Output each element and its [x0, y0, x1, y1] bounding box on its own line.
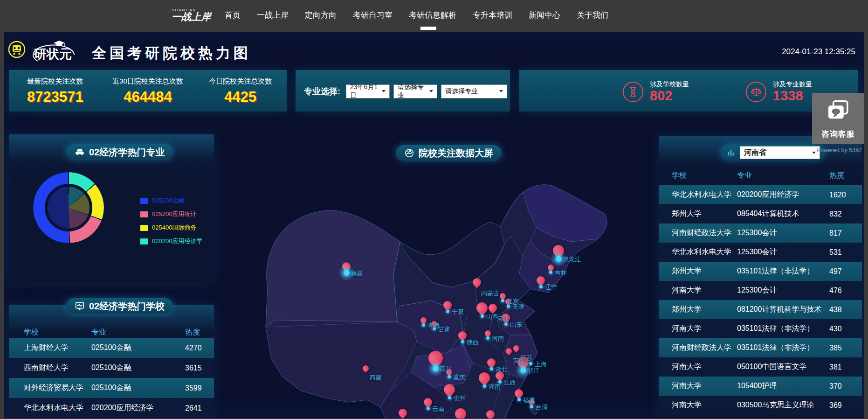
stat-label: 最新院校关注次数 [27, 77, 83, 86]
nav-menu-item[interactable]: 关于我们 [577, 10, 608, 21]
cell-school: 河南财经政法大学 [672, 228, 737, 238]
col-school: 学校 [672, 171, 737, 181]
cell-major: 085404计算机技术 [737, 209, 829, 219]
chat-widget-label: 咨询客服 [821, 129, 855, 140]
customer-service-widget[interactable]: 咨询客服 [812, 93, 864, 144]
nav-menu-item[interactable]: 专升本培训 [473, 10, 512, 21]
table-row[interactable]: 华北水利水电大学 020200应用经济学 2641 [9, 398, 214, 418]
table-row[interactable]: 河南大学 050100中国语言文学 381 [659, 357, 862, 377]
china-heat-map[interactable]: 新疆黑龙江吉林辽宁内蒙古北京天津山西河北山东河南陕西宁夏青海甘肃四川重庆湖北安徽… [231, 166, 660, 419]
legend-label: 025100金融 [152, 196, 184, 205]
map-glow-dot [448, 375, 451, 378]
major-count: 涉及专业数量 1338 [746, 80, 812, 104]
car-icon [75, 147, 85, 157]
map-province-label: 重庆 [453, 373, 465, 382]
cell-school: 华北水利水电大学 [672, 247, 737, 257]
map-glow-dot [483, 384, 486, 388]
cell-heat: 497 [829, 267, 862, 276]
map-province-label: 河北 [497, 315, 509, 323]
cell-school: 华北水利水电大学 [672, 190, 737, 200]
cell-major: 030500马克思主义理论 [737, 400, 829, 410]
table-row[interactable]: 郑州大学 085404计算机技术 832 [659, 204, 862, 223]
stat-value: 4425 [224, 89, 256, 105]
table-row[interactable]: 河南财经政法大学 035101法律（非法学） 385 [659, 338, 862, 357]
cell-major: 025100金融 [91, 383, 185, 393]
table-row[interactable]: 郑州大学 081200计算机科学与技术 438 [659, 300, 862, 319]
region-table-header: 学校 专业 热度 [659, 166, 862, 185]
counter-value: 802 [650, 89, 689, 104]
stat-item: 今日院校关注总次数 4425 [194, 71, 287, 112]
map-province-label: 甘肃 [438, 325, 450, 334]
nav-menu-item[interactable]: 一战上岸 [257, 10, 289, 21]
donut-legend: 025100金融025200应用统计025400国际商务020200应用经济学 [140, 196, 202, 245]
cell-heat: 438 [829, 306, 862, 314]
map-province-label: 四川 [440, 365, 452, 373]
map-glow-dot [549, 271, 552, 274]
map-glow-dot [446, 310, 449, 313]
cell-school: 河南大学 [672, 400, 737, 410]
stat-label: 近30日院校关注总次数 [112, 77, 183, 86]
cell-major: 125300会计 [737, 247, 829, 257]
stat-item: 近30日院校关注总次数 464484 [102, 71, 194, 112]
nav-menu-item[interactable]: 定向方向 [305, 10, 337, 21]
region-table: 华北水利水电大学 020200应用经济学 1620 郑州大学 085404计算机… [659, 185, 862, 415]
table-row[interactable]: 河南大学 035101法律（非法学） 430 [659, 319, 862, 338]
legend-label: 025400国际商务 [152, 223, 196, 232]
map-glow-dot [481, 314, 484, 318]
major-select-2[interactable]: 请选择专业 [441, 84, 507, 98]
table-row[interactable]: 河南财经政法大学 125300会计 817 [659, 223, 862, 243]
date-select-value: 23年6月1日 [350, 83, 379, 100]
hot-schools-table: 上海财经大学 025100金融 4270 西南财经大学 025100金融 361… [9, 338, 214, 418]
cell-heat: 3615 [185, 364, 214, 372]
map-province-label: 黑龙江 [563, 255, 581, 264]
map-glow-dot [433, 365, 439, 371]
table-row[interactable]: 郑州大学 035101法律（非法学） 497 [659, 262, 862, 281]
map-province-label: 湖北 [496, 365, 508, 374]
nav-menu-item[interactable]: 考研自习室 [353, 10, 393, 21]
table-row[interactable]: 对外经济贸易大学 025100金融 3599 [9, 378, 214, 398]
map-glow-dot [486, 336, 489, 340]
region-select[interactable]: 河南省 [740, 146, 820, 159]
nav-brand-logo[interactable]: SHANGAN 一战上岸 [172, 8, 211, 22]
cell-major: 035101法律（非法学） [737, 343, 829, 353]
legend-label: 020200应用经济学 [152, 237, 202, 245]
cell-school: 郑州大学 [672, 305, 737, 314]
counters-panel: 涉及学校数量 802 涉及专业数量 1338 [519, 70, 858, 112]
major-filter-panel: 专业选择: 23年6月1日 请选择专业 请选择专业 [296, 70, 510, 112]
cell-heat: 381 [829, 363, 862, 371]
map-glow-dot [461, 340, 464, 343]
counter-value: 1338 [773, 89, 812, 104]
map-glow-dot [520, 367, 526, 373]
table-row[interactable]: 河南大学 105400护理 370 [659, 377, 862, 396]
hot-schools-panel-title: 02经济学热门学校 [66, 298, 173, 314]
page: SHANGAN 一战上岸 首页一战上岸定向方向考研自习室考研信息解析专升本培训新… [0, 0, 868, 419]
cell-school: 河南大学 [672, 324, 737, 334]
major-select-1[interactable]: 请选择专业 [393, 84, 437, 98]
cell-school: 河南大学 [672, 381, 737, 391]
bar-chart-icon [726, 148, 736, 157]
map-province-label: 辽宁 [545, 283, 557, 292]
table-row[interactable]: 河南大学 125300会计 476 [659, 281, 862, 300]
map-province-label: 江西 [504, 378, 516, 387]
map-province-label: 新疆 [351, 269, 363, 278]
nav-active-indicator [420, 27, 436, 30]
cell-heat: 430 [829, 325, 862, 333]
map-title-text: 院校关注数据大屏 [419, 147, 493, 160]
col-heat: 热度 [185, 328, 214, 337]
cell-major: 035101法律（非法学） [737, 324, 829, 334]
map-glow-dot [490, 367, 493, 370]
date-select[interactable]: 23年6月1日 [346, 84, 390, 98]
table-row[interactable]: 华北水利水电大学 020200应用经济学 1620 [659, 185, 862, 204]
map-province-label: 贵州 [454, 394, 466, 403]
map-location-icon [404, 148, 414, 158]
table-row[interactable]: 西南财经大学 025100金融 3615 [9, 358, 214, 378]
cell-major: 081200计算机科学与技术 [737, 305, 829, 314]
nav-menu-item[interactable]: 考研信息解析 [409, 10, 456, 21]
table-row[interactable]: 上海财经大学 025100金融 4270 [9, 338, 214, 358]
table-row[interactable]: 华北水利水电大学 125300会计 531 [659, 243, 862, 262]
nav-menu-item[interactable]: 首页 [225, 10, 241, 21]
table-row[interactable]: 河南大学 030500马克思主义理论 369 [659, 396, 862, 415]
cell-major: 025100金融 [91, 363, 185, 373]
col-major: 专业 [737, 171, 829, 181]
nav-menu-item[interactable]: 新闻中心 [529, 10, 560, 21]
